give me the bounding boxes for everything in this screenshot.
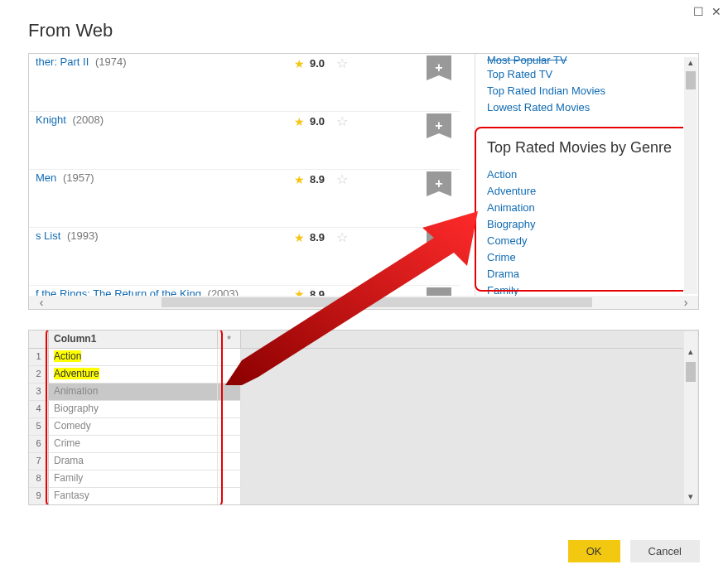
movie-title-link[interactable]: f the Rings: The Return of the King (200… <box>36 287 239 296</box>
grid-header-filler <box>241 331 683 349</box>
cell-column1[interactable]: Family <box>49 470 218 488</box>
cell-column1[interactable]: Comedy <box>49 418 218 436</box>
cell-extra[interactable] <box>218 384 241 401</box>
preview-vertical-scrollbar[interactable]: ▴ <box>684 57 697 294</box>
cell-extra[interactable] <box>218 436 241 453</box>
rate-star-outline-icon[interactable]: ☆ <box>336 171 348 187</box>
movie-list: ther: Part II (1974) ★ 9.0 ☆ + Knight (2… <box>29 54 460 296</box>
maximize-icon[interactable]: ☐ <box>690 3 706 20</box>
table-row[interactable]: 9Fantasy <box>29 488 683 505</box>
cell-filler <box>241 418 683 436</box>
cell-column1[interactable]: Action <box>49 349 218 366</box>
cell-column1[interactable]: Animation <box>49 384 218 401</box>
grid-header-row: Column1 * <box>29 331 683 349</box>
cell-filler <box>241 436 683 453</box>
dialog-buttons: OK Cancel <box>568 540 700 562</box>
cell-extra[interactable] <box>218 453 241 470</box>
link-top-rated-tv[interactable]: Top Rated TV <box>487 66 683 83</box>
h-scroll-track[interactable] <box>54 297 673 307</box>
row-number: 1 <box>29 349 49 366</box>
rating-value: 9.0 <box>310 115 325 128</box>
add-watchlist-button[interactable]: + <box>427 171 451 196</box>
nav-left-icon[interactable]: ‹ <box>29 296 54 309</box>
genre-link[interactable]: Adventure <box>487 183 683 200</box>
table-row[interactable]: 7Drama <box>29 453 683 470</box>
column-header-add[interactable]: * <box>218 331 241 349</box>
table-row[interactable]: 1Action <box>29 349 683 366</box>
preview-right-column: Most Popular TV Top Rated TV Top Rated I… <box>475 54 683 296</box>
add-watchlist-button[interactable]: + <box>427 55 451 80</box>
row-number: 2 <box>29 366 49 384</box>
cell-extra[interactable] <box>218 470 241 488</box>
example-grid: Column1 * 1Action2Adventure3Animation4Bi… <box>28 330 699 505</box>
preview-inner: ther: Part II (1974) ★ 9.0 ☆ + Knight (2… <box>29 54 683 296</box>
rate-star-outline-icon[interactable]: ☆ <box>336 113 348 129</box>
nav-right-icon[interactable]: › <box>673 296 698 309</box>
star-icon: ★ <box>294 231 305 244</box>
rating-value: 8.9 <box>310 288 325 297</box>
rate-star-outline-icon[interactable]: ☆ <box>336 55 348 71</box>
scrollbar-thumb[interactable] <box>686 71 696 89</box>
star-icon: ★ <box>294 57 305 70</box>
scrollbar-thumb[interactable] <box>686 362 696 382</box>
genre-link[interactable]: Action <box>487 166 683 183</box>
add-watchlist-button[interactable]: + <box>427 113 451 138</box>
close-icon[interactable]: ✕ <box>708 3 725 20</box>
movie-title-link[interactable]: ther: Part II (1974) <box>36 55 127 68</box>
movie-title-link[interactable]: s List (1993) <box>36 229 99 242</box>
genre-link[interactable]: Crime <box>487 249 683 266</box>
cell-column1[interactable]: Fantasy <box>49 488 218 505</box>
table-row[interactable]: 5Comedy <box>29 418 683 436</box>
add-watchlist-button[interactable]: + <box>427 229 451 254</box>
cell-extra[interactable] <box>218 488 241 505</box>
cell-extra[interactable] <box>218 349 241 366</box>
table-row[interactable]: 3Animation <box>29 384 683 401</box>
scroll-up-icon[interactable]: ▴ <box>688 57 693 68</box>
cell-filler <box>241 366 683 384</box>
genre-link[interactable]: Comedy <box>487 233 683 249</box>
link-most-popular-tv[interactable]: Most Popular TV <box>487 54 567 66</box>
cell-filler <box>241 401 683 418</box>
scroll-up-icon[interactable]: ▴ <box>688 346 693 357</box>
rate-star-outline-icon[interactable]: ☆ <box>336 229 348 245</box>
add-watchlist-button[interactable]: + <box>427 287 451 296</box>
cell-column1[interactable]: Biography <box>49 401 218 418</box>
movie-year: (2003) <box>208 287 239 296</box>
window-controls: ☐ ✕ <box>690 3 725 20</box>
genre-link[interactable]: Biography <box>487 216 683 233</box>
cell-column1[interactable]: Crime <box>49 436 218 453</box>
cell-column1[interactable]: Drama <box>49 453 218 470</box>
cell-extra[interactable] <box>218 366 241 384</box>
grid-vertical-scrollbar[interactable]: ▴ ▾ <box>684 331 697 504</box>
cell-extra[interactable] <box>218 418 241 436</box>
star-icon: ★ <box>294 173 305 186</box>
scroll-down-icon[interactable]: ▾ <box>688 491 693 502</box>
column-header-column1[interactable]: Column1 <box>49 331 218 349</box>
cancel-button[interactable]: Cancel <box>630 540 700 562</box>
link-lowest-rated[interactable]: Lowest Rated Movies <box>487 99 683 116</box>
row-number: 8 <box>29 470 49 488</box>
table-row[interactable]: 4Biography <box>29 401 683 418</box>
cell-filler <box>241 349 683 366</box>
cell-filler <box>241 470 683 488</box>
row-number: 6 <box>29 436 49 453</box>
genre-link[interactable]: Drama <box>487 266 683 282</box>
rating-value: 9.0 <box>310 57 325 70</box>
link-top-rated-indian[interactable]: Top Rated Indian Movies <box>487 83 683 99</box>
cell-filler <box>241 488 683 505</box>
h-scroll-thumb[interactable] <box>162 297 592 307</box>
genre-link[interactable]: Animation <box>487 200 683 216</box>
movie-title-link[interactable]: Knight (2008) <box>36 113 104 126</box>
table-row[interactable]: 8Family <box>29 470 683 488</box>
cell-extra[interactable] <box>218 401 241 418</box>
genre-link[interactable]: Family <box>487 282 683 296</box>
heading-genres: Top Rated Movies by Genre <box>487 139 683 157</box>
ok-button[interactable]: OK <box>568 540 620 562</box>
movie-row: s List (1993) ★ 8.9 ☆ + <box>29 228 460 286</box>
preview-horizontal-nav: ‹ › <box>29 296 698 309</box>
grid-corner <box>29 331 49 349</box>
cell-column1[interactable]: Adventure <box>49 366 218 384</box>
movie-title-link[interactable]: Men (1957) <box>36 171 94 184</box>
table-row[interactable]: 2Adventure <box>29 366 683 384</box>
table-row[interactable]: 6Crime <box>29 436 683 453</box>
